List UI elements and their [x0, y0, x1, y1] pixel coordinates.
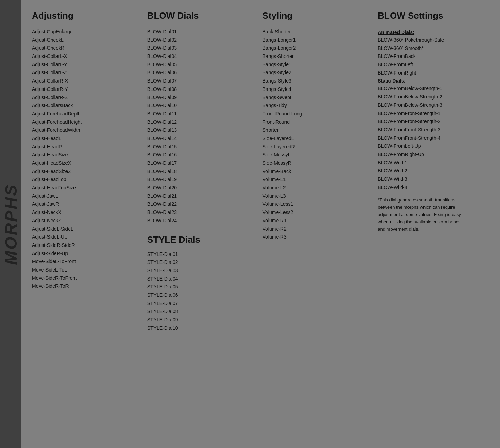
list-item: Adjust-JawR — [32, 200, 140, 208]
list-item: BLOW-Dial09 — [147, 94, 256, 102]
list-item: BLOW-Dial07 — [147, 77, 256, 85]
list-item: BLOW-Dial10 — [147, 102, 256, 110]
adjusting-list: Adjust-CapEnlargeAdjust-CheekLAdjust-Che… — [32, 28, 140, 290]
list-item: STYLE-Dial04 — [147, 275, 256, 283]
list-item: BLOW-FromLeft — [378, 61, 486, 69]
styling-header: Styling — [263, 10, 371, 21]
list-item: Adjust-ForeheadDepth — [32, 110, 140, 118]
list-item: Adjust-SideL-Up — [32, 233, 140, 241]
list-item: STYLE-Dial06 — [147, 292, 256, 299]
list-item: BLOW-FromBack — [378, 53, 486, 60]
list-item: Adjust-HeadTopSize — [32, 184, 140, 192]
list-item: Bangs-Style3 — [263, 77, 371, 85]
list-item: BLOW-FromRight-Up — [378, 151, 486, 158]
list-item: Move-SideL-ToFront — [32, 258, 140, 266]
list-item: BLOW-Dial03 — [147, 44, 256, 52]
list-item: BLOW-360° Pokethrough-Safe — [378, 36, 486, 44]
list-item: Adjust-CollarsBack — [32, 102, 140, 110]
list-item: BLOW-Wild-1 — [378, 159, 486, 167]
list-item: Bangs-Tidy — [263, 102, 371, 110]
list-item: Bangs-Shorter — [263, 53, 371, 60]
list-item: Volume-Back — [263, 168, 371, 175]
blow-settings-header: BLOW Settings — [378, 10, 486, 21]
blow-dials-header: BLOW Dials — [147, 10, 256, 21]
list-item: BLOW-Wild-2 — [378, 167, 486, 175]
list-item: BLOW-Dial15 — [147, 143, 256, 151]
list-item: STYLE-Dial03 — [147, 267, 256, 275]
list-item: Adjust-CollarR-Y — [32, 86, 140, 93]
list-item: BLOW-Dial01 — [147, 28, 256, 36]
list-item: BLOW-FromLeft-Up — [378, 143, 486, 150]
list-item: STYLE-Dial01 — [147, 251, 256, 258]
list-item: Adjust-NeckZ — [32, 217, 140, 225]
list-item: Adjust-HeadSize — [32, 151, 140, 159]
list-item: Bangs-Longer2 — [263, 44, 371, 52]
list-item: BLOW-Dial22 — [147, 200, 256, 208]
list-item: Volume-L2 — [263, 184, 371, 192]
static-dials-label: Static Dials: — [378, 78, 486, 84]
list-item: BLOW-FromBelow-Strength-2 — [378, 93, 486, 101]
list-item: Adjust-CapEnlarge — [32, 28, 140, 36]
list-item: Adjust-HeadR — [32, 143, 140, 151]
list-item: Adjust-ForeheadWidth — [32, 127, 140, 134]
list-item: BLOW-Dial20 — [147, 184, 256, 192]
style-dials-list: STYLE-Dial01STYLE-Dial02STYLE-Dial03STYL… — [147, 251, 256, 332]
list-item: BLOW-FromFront-Strength-2 — [378, 118, 486, 126]
list-item: Side-LayeredR — [263, 143, 371, 151]
list-item: BLOW-Dial06 — [147, 69, 256, 77]
list-item: Adjust-SideR-Up — [32, 250, 140, 258]
blow-settings-column: BLOW Settings Animated Dials: BLOW-360° … — [378, 10, 493, 438]
adjusting-header: Adjusting — [32, 10, 140, 21]
list-item: BLOW-Dial21 — [147, 192, 256, 200]
list-item: Adjust-CheekL — [32, 36, 140, 44]
list-item: Volume-L3 — [263, 192, 371, 200]
list-item: Bangs-Style2 — [263, 69, 371, 77]
list-item: BLOW-Dial23 — [147, 209, 256, 216]
list-item: Volume-Less1 — [263, 200, 371, 208]
list-item: Adjust-CollarL-Z — [32, 69, 140, 77]
list-item: BLOW-Dial18 — [147, 168, 256, 175]
styling-list: Back-ShorterBangs-Longer1Bangs-Longer2Ba… — [263, 28, 371, 241]
list-item: Adjust-SideL-SideL — [32, 225, 140, 233]
list-item: STYLE-Dial05 — [147, 283, 256, 291]
list-item: Adjust-JawL — [32, 192, 140, 200]
list-item: BLOW-Dial17 — [147, 160, 256, 167]
list-item: Adjust-HeadTop — [32, 176, 140, 183]
blow-dials-list: BLOW-Dial01BLOW-Dial02BLOW-Dial03BLOW-Di… — [147, 28, 256, 225]
list-item: STYLE-Dial10 — [147, 325, 256, 332]
list-item: Adjust-ForeheadHeight — [32, 119, 140, 126]
sidebar: MORPHS — [0, 0, 21, 448]
list-item: BLOW-Dial16 — [147, 151, 256, 159]
list-item: Shorter — [263, 127, 371, 134]
list-item: BLOW-Dial11 — [147, 110, 256, 118]
list-item: Adjust-CheekR — [32, 44, 140, 52]
list-item: BLOW-FromRight — [378, 69, 486, 77]
blow-dials-column: BLOW Dials BLOW-Dial01BLOW-Dial02BLOW-Di… — [147, 10, 263, 438]
list-item: Front-Round — [263, 119, 371, 126]
sidebar-label: MORPHS — [1, 183, 20, 265]
list-item: BLOW-Dial13 — [147, 127, 256, 134]
list-item: Volume-R2 — [263, 225, 371, 233]
list-item: Adjust-HeadSizeX — [32, 160, 140, 167]
list-item: BLOW-Dial19 — [147, 176, 256, 183]
list-item: Bangs-Style1 — [263, 61, 371, 69]
list-item: Adjust-SideR-SideR — [32, 242, 140, 249]
list-item: Side-LayeredL — [263, 135, 371, 143]
list-item: Adjust-CollarL-X — [32, 53, 140, 60]
list-item: Volume-Less2 — [263, 209, 371, 216]
style-dials-header: STYLE Dials — [147, 234, 256, 245]
list-item: Volume-L1 — [263, 176, 371, 183]
list-item: STYLE-Dial09 — [147, 316, 256, 324]
list-item: Adjust-HeadL — [32, 135, 140, 143]
list-item: BLOW-FromFront-Strength-4 — [378, 135, 486, 142]
list-item: BLOW-FromBelow-Strength-1 — [378, 85, 486, 93]
list-item: BLOW-Dial12 — [147, 119, 256, 126]
list-item: BLOW-Dial24 — [147, 217, 256, 225]
list-item: BLOW-FromFront-Strength-3 — [378, 126, 486, 134]
list-item: Front-Round-Long — [263, 110, 371, 118]
list-item: Adjust-NeckX — [32, 209, 140, 216]
animated-dials-list: BLOW-360° Pokethrough-SafeBLOW-360° Smoo… — [378, 36, 486, 77]
list-item: Bangs-Swept — [263, 94, 371, 102]
list-item: Side-MessyL — [263, 151, 371, 159]
list-item: Move-SideL-ToL — [32, 266, 140, 274]
